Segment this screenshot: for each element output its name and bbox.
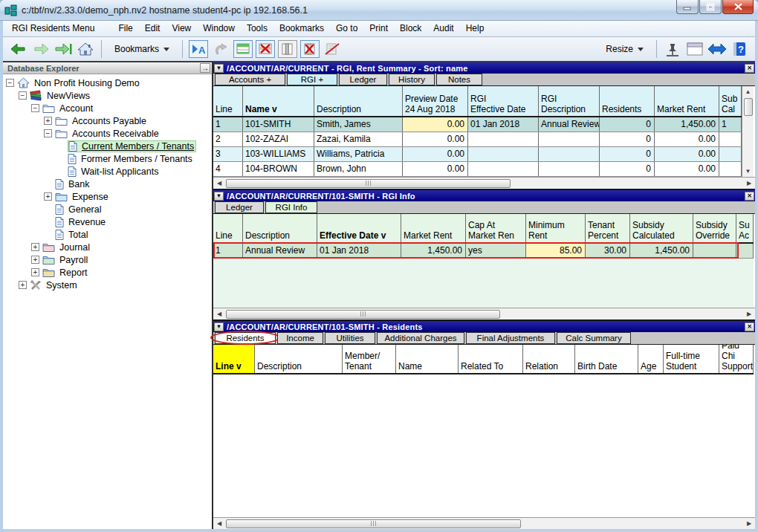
cell[interactable]: 0: [600, 147, 655, 161]
expand-box-icon[interactable]: +: [31, 256, 39, 264]
cell[interactable]: 01 Jan 2018: [468, 117, 539, 132]
horizontal-scrollbar[interactable]: ◀ ▶: [213, 177, 755, 189]
tree-item-expense[interactable]: +Expense: [3, 190, 212, 203]
cell[interactable]: 01 Jan 2018: [317, 244, 401, 258]
cell[interactable]: 4: [213, 162, 243, 176]
table-row[interactable]: 2102-ZAZAIZazai, Kamila0.0000.00: [213, 132, 742, 147]
menu-item-help[interactable]: Help: [460, 21, 490, 36]
home-icon[interactable]: [75, 39, 96, 59]
cell[interactable]: Zazai, Kamila: [314, 132, 403, 146]
tree-item-accounts-payable[interactable]: +Accounts Payable: [3, 114, 212, 127]
column-header-paid-chi[interactable]: Paid Chi Support: [719, 345, 754, 373]
column-header-name[interactable]: Name: [396, 345, 459, 373]
insert-row-icon[interactable]: [233, 40, 253, 58]
tab-rgi-info[interactable]: RGI Info: [265, 201, 317, 213]
cell[interactable]: 0: [600, 132, 655, 146]
cell[interactable]: [736, 244, 754, 258]
tree-item-payroll[interactable]: +Payroll: [3, 253, 212, 266]
column-header-su[interactable]: Su Ac: [736, 214, 754, 242]
panel-menu-icon[interactable]: ▼: [214, 192, 224, 201]
scrollbar-thumb[interactable]: [744, 98, 753, 116]
pin-icon[interactable]: [662, 39, 683, 59]
scrollbar-thumb[interactable]: [226, 519, 521, 528]
hsplit-icon[interactable]: [707, 39, 728, 59]
tab-ledger[interactable]: Ledger: [215, 201, 264, 213]
cell[interactable]: 3: [213, 147, 243, 161]
back-icon[interactable]: [8, 39, 29, 59]
cell[interactable]: 0.00: [655, 147, 719, 161]
column-header-preview-date[interactable]: Preview Date 24 Aug 2018: [403, 86, 468, 116]
tree-item-total[interactable]: Total: [3, 228, 212, 241]
cell[interactable]: 0: [600, 162, 655, 176]
cell[interactable]: 85.00: [526, 244, 586, 258]
column-header-cap-at[interactable]: Cap At Market Ren: [466, 214, 526, 242]
column-icon[interactable]: [278, 40, 297, 58]
column-header-residents[interactable]: Residents: [600, 86, 655, 116]
column-header-effective-date-v[interactable]: Effective Date v: [317, 214, 401, 242]
column-header-name-v[interactable]: Name v: [243, 86, 314, 116]
close-icon[interactable]: ✕: [745, 322, 754, 331]
horizontal-scrollbar[interactable]: ◀ ▶: [213, 517, 755, 529]
scroll-down-icon[interactable]: ▼: [742, 166, 754, 177]
tab-calc-summary[interactable]: Calc Summary: [557, 332, 631, 344]
cell[interactable]: [719, 147, 742, 161]
cell[interactable]: 0.00: [655, 132, 719, 146]
cell[interactable]: [468, 147, 539, 161]
tab-final-adjustments[interactable]: Final Adjustments: [466, 332, 555, 344]
tree-item-bank[interactable]: Bank: [3, 178, 212, 190]
menu-item-file[interactable]: File: [112, 21, 138, 36]
menu-item-view[interactable]: View: [166, 21, 197, 36]
tree-item-former-members-tenants[interactable]: Former Members / Tenants: [3, 152, 212, 165]
tree-item-current-members-tenants[interactable]: Current Members / Tenants: [3, 140, 212, 152]
cell[interactable]: 0.00: [655, 162, 719, 176]
column-header-minimum-rent[interactable]: Minimum Rent: [526, 214, 586, 242]
column-header-subsidy[interactable]: Subsidy Calculated: [630, 214, 693, 242]
column-header-market-rent[interactable]: Market Rent: [655, 86, 719, 116]
tab-notes[interactable]: Notes: [436, 74, 482, 85]
cell[interactable]: Annual Review: [539, 117, 600, 132]
horizontal-scrollbar[interactable]: ◀ ▶: [213, 308, 755, 319]
collapse-box-icon[interactable]: −: [44, 129, 52, 137]
cell[interactable]: [719, 132, 742, 146]
tab-ledger[interactable]: Ledger: [339, 74, 387, 85]
column-header-relation[interactable]: Relation: [523, 345, 575, 373]
cell[interactable]: 102-ZAZAI: [243, 132, 314, 146]
column-header-line[interactable]: Line: [213, 214, 243, 242]
tab-accounts[interactable]: Accounts +: [215, 74, 285, 85]
column-header-related-to[interactable]: Related To: [459, 345, 523, 373]
cell[interactable]: 0.00: [403, 147, 468, 161]
column-header-line-v[interactable]: Line v: [213, 345, 255, 373]
cell[interactable]: 1,450.00: [401, 244, 466, 258]
cell[interactable]: 104-BROWN: [243, 162, 314, 176]
column-header-age[interactable]: Age: [638, 345, 664, 373]
help-icon[interactable]: ?: [729, 39, 750, 59]
table-row[interactable]: 4104-BROWNBrown, John0.0000.00: [213, 162, 742, 177]
collapse-box-icon[interactable]: −: [19, 91, 27, 100]
cell[interactable]: 0.00: [403, 162, 468, 176]
tree-item-accounts-receivable[interactable]: −Accounts Receivable: [3, 127, 212, 140]
panel-menu-icon[interactable]: ▼: [214, 322, 224, 331]
expand-box-icon[interactable]: +: [44, 192, 52, 201]
tree-item-system[interactable]: +System: [3, 279, 212, 291]
scroll-left-icon[interactable]: ◀: [213, 178, 225, 189]
scrollbar-thumb[interactable]: [226, 310, 500, 319]
maximize-button[interactable]: [699, 0, 722, 14]
tree-item-journal[interactable]: +Journal: [3, 241, 212, 253]
title-bar[interactable]: c:/tbf/nv/2.33.0/demo_nph.nv2 hostname s…: [0, 0, 758, 21]
menu-item-block[interactable]: Block: [394, 21, 427, 36]
tab-additional-charges[interactable]: Additional Charges: [377, 332, 464, 344]
expand-box-icon[interactable]: +: [44, 117, 52, 125]
tab-history[interactable]: History: [389, 74, 435, 85]
tree-item-general[interactable]: General: [3, 203, 212, 215]
column-header-line[interactable]: Line: [213, 86, 243, 116]
resize-dropdown-button[interactable]: Resize: [600, 41, 650, 57]
scrollbar-thumb[interactable]: [226, 179, 511, 188]
tree-item-wait-list-applicants[interactable]: Wait-list Applicants: [3, 165, 212, 178]
menu-item-tools[interactable]: Tools: [241, 21, 273, 36]
cell[interactable]: [539, 132, 600, 146]
cell[interactable]: [693, 244, 736, 258]
cell[interactable]: yes: [466, 244, 526, 258]
close-button[interactable]: [722, 0, 754, 14]
column-header-sub[interactable]: Sub Cal: [719, 86, 742, 116]
delete-column-icon[interactable]: [300, 40, 320, 58]
